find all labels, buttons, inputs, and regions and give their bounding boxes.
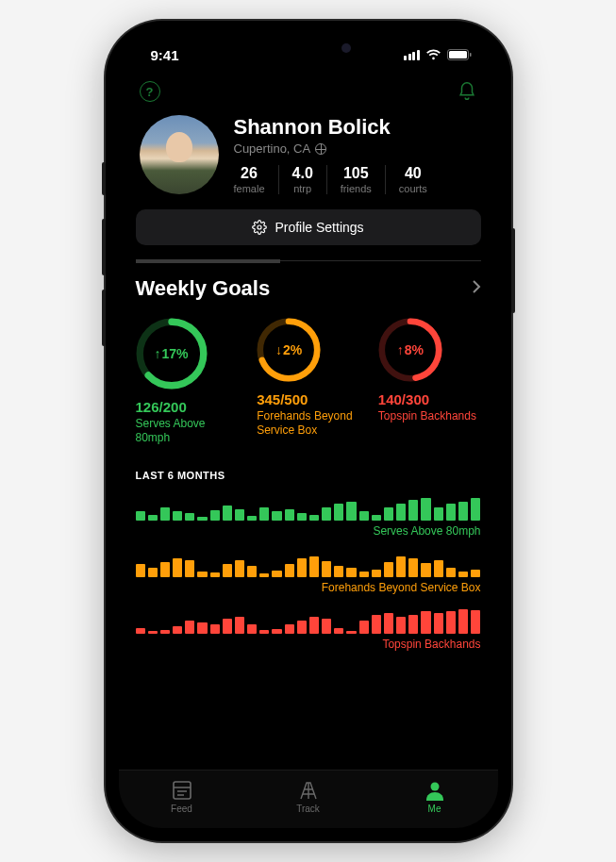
stat-label: female [234, 183, 265, 194]
goal-name: Topspin Backhands [378, 409, 481, 423]
track-icon [296, 780, 321, 801]
profile-location: Cupertino, CA [234, 141, 477, 156]
cellular-icon [404, 50, 420, 60]
stat-label: courts [399, 183, 427, 194]
history-row: Topspin Backhands [136, 607, 481, 651]
tab-feed[interactable]: Feed [119, 771, 245, 822]
goal-name: Forehands Beyond Service Box [257, 409, 359, 438]
profile-stat[interactable]: 4.0ntrp [279, 165, 327, 194]
spark-bars [136, 551, 481, 577]
avatar[interactable] [140, 115, 219, 194]
battery-icon [447, 49, 472, 60]
me-icon [423, 780, 447, 801]
status-time: 9:41 [151, 47, 179, 63]
tab-label: Me [428, 804, 441, 814]
goal-item[interactable]: 2% 345/500 Forehands Beyond Service Box [257, 318, 359, 445]
notifications-icon[interactable] [457, 81, 477, 102]
goal-pct: 8% [378, 318, 442, 382]
spark-label: Forehands Beyond Service Box [136, 581, 481, 594]
profile-header: Shannon Bolick Cupertino, CA 26female4.0… [136, 115, 481, 194]
stat-label: friends [341, 183, 372, 194]
spark-bars [136, 607, 481, 634]
goal-ring: 8% [378, 318, 442, 382]
tab-track[interactable]: Track [245, 771, 372, 822]
spark-label: Serves Above 80mph [136, 524, 481, 538]
profile-name: Shannon Bolick [234, 115, 477, 140]
goal-pct: 17% [136, 318, 208, 390]
stat-value: 40 [399, 165, 427, 182]
wifi-icon [425, 49, 441, 60]
spark-bars [136, 494, 481, 521]
stat-value: 26 [234, 165, 265, 182]
divider [136, 260, 481, 261]
feed-icon [170, 780, 194, 801]
svg-point-17 [430, 782, 439, 790]
globe-icon [315, 143, 326, 155]
profile-settings-button[interactable]: Profile Settings [136, 209, 481, 245]
notch [224, 34, 393, 62]
weekly-goals-header[interactable]: Weekly Goals [136, 276, 481, 301]
history-charts: Serves Above 80mphForehands Beyond Servi… [136, 494, 481, 651]
svg-point-3 [258, 225, 261, 229]
history-title: LAST 6 MONTHS [136, 470, 481, 481]
svg-rect-10 [174, 782, 191, 799]
tab-label: Track [296, 804, 320, 814]
phone-frame: 9:41 ? Shannon Bolick [106, 21, 511, 841]
profile-stat[interactable]: 26female [234, 165, 279, 194]
help-icon[interactable]: ? [140, 81, 160, 102]
tab-me[interactable]: Me [372, 771, 498, 822]
profile-stats: 26female4.0ntrp105friends40courts [234, 165, 477, 194]
stat-label: ntrp [292, 183, 313, 194]
goal-count: 126/200 [136, 399, 239, 415]
weekly-goals-row: 17% 126/200 Serves Above 80mph 2% 345/50… [136, 318, 481, 445]
goal-count: 140/300 [378, 391, 481, 407]
gear-icon [252, 220, 267, 235]
svg-rect-2 [470, 53, 472, 57]
goal-item[interactable]: 8% 140/300 Topspin Backhands [378, 318, 481, 445]
goal-count: 345/500 [257, 391, 359, 407]
svg-rect-1 [449, 51, 467, 58]
screen: 9:41 ? Shannon Bolick [119, 34, 498, 828]
weekly-goals-title: Weekly Goals [136, 276, 271, 301]
goal-item[interactable]: 17% 126/200 Serves Above 80mph [136, 318, 239, 445]
goal-pct: 2% [257, 318, 321, 382]
chevron-right-icon [472, 279, 481, 299]
spark-label: Topspin Backhands [136, 638, 481, 651]
history-row: Serves Above 80mph [136, 494, 481, 538]
profile-stat[interactable]: 105friends [327, 165, 386, 194]
goal-ring: 2% [257, 318, 321, 382]
goal-ring: 17% [136, 318, 208, 390]
stat-value: 105 [341, 165, 372, 182]
tab-label: Feed [171, 804, 192, 814]
history-row: Forehands Beyond Service Box [136, 551, 481, 594]
goal-name: Serves Above 80mph [136, 417, 239, 445]
stat-value: 4.0 [292, 165, 313, 182]
profile-stat[interactable]: 40courts [386, 165, 427, 194]
tab-bar: FeedTrackMe [119, 770, 498, 828]
